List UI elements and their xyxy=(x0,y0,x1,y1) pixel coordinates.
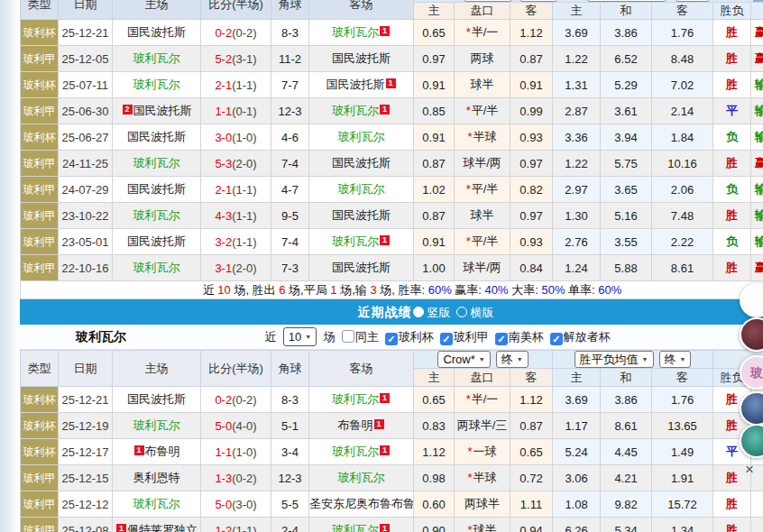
result-text: 胜 xyxy=(726,471,738,484)
home-team-cell: 国民波托斯 xyxy=(113,229,201,255)
fulltime-score: 0-2 xyxy=(215,26,232,40)
euro-home-odds: 1.24 xyxy=(553,255,601,281)
match-stats-page: 类型日期主场比分(半场)角球客场主盘口客主和客胜负让玻利杯25-12-21国民波… xyxy=(0,0,763,532)
euro-away-odds: 8.61 xyxy=(652,255,713,281)
handicap-result-cell: 输 xyxy=(751,203,763,229)
asian-handicap: 球半/两 xyxy=(455,255,510,281)
recent-results-title: 近期战绩 xyxy=(358,305,412,319)
filter-controls: 近 10▼ 场同主✓玻利杯✓玻利甲✓南美杯✓解放者杯 xyxy=(45,325,763,349)
team-name-text: 国民波托斯 xyxy=(332,156,391,170)
match-row: 玻利甲25-06-302国民波托斯1-1(0-1)12-3玻利瓦尔10.85*平… xyxy=(21,98,763,124)
asian-away-odds: 0.93 xyxy=(510,229,553,255)
asian-odds-selectors: Crow*▼终▼ xyxy=(414,351,553,369)
team-name-text: 国民波托斯 xyxy=(326,78,385,91)
asian-handicap: *平/半 xyxy=(455,98,510,124)
layout-radio-label-0[interactable]: 竖版 xyxy=(427,306,451,319)
euro-away-odds: 7.02 xyxy=(652,72,713,98)
team-name-text: 布鲁明 xyxy=(145,445,180,458)
odds-time-select[interactable]: 终▼ xyxy=(496,351,529,368)
euro-draw-odds: 3.65 xyxy=(601,177,652,203)
bookmaker-select[interactable]: Crow*▼ xyxy=(437,351,490,368)
layout-radio-1[interactable] xyxy=(456,307,467,317)
layout-radio-0[interactable] xyxy=(413,307,424,317)
odds-header-2: 客 xyxy=(510,3,553,20)
column-header-5: 客场 xyxy=(309,0,414,20)
filter-checkbox-4[interactable]: ✓ xyxy=(550,333,563,345)
asian-away-odds: 1.11 xyxy=(510,491,553,518)
home-team-cell: 1布鲁明 xyxy=(113,439,201,465)
result-text: 平 xyxy=(726,104,738,117)
filter-checkbox-2[interactable]: ✓ xyxy=(440,333,453,345)
corners-cell: 7-4 xyxy=(271,151,309,177)
asian-handicap: *平/半 xyxy=(455,229,510,255)
checkbox-label-2[interactable]: 玻利甲 xyxy=(454,330,489,344)
result-text: 胜 xyxy=(726,261,738,274)
euro-home-odds: 3.69 xyxy=(553,387,601,413)
column-header-1: 日期 xyxy=(59,351,113,387)
dropdown-fragment[interactable] xyxy=(676,0,710,2)
checkbox-label-3[interactable]: 南美杯 xyxy=(509,330,544,344)
summary-segment: 场,平局 xyxy=(285,283,330,297)
euro-draw-odds: 5.29 xyxy=(601,72,652,98)
summary-segment: 60% xyxy=(428,283,452,297)
filter-checkbox-3[interactable]: ✓ xyxy=(495,333,508,345)
summary-segment: 60% xyxy=(598,283,621,297)
league-type-cell: 玻利杯 xyxy=(21,439,59,465)
match-row: 玻利甲23-05-01国民波托斯3-2(1-1)7-4玻利瓦尔10.91*平/半… xyxy=(21,229,763,255)
league-type-cell: 玻利杯 xyxy=(21,387,59,413)
checkbox-label-1[interactable]: 玻利杯 xyxy=(399,330,434,344)
euro-away-odds: 15.72 xyxy=(652,491,713,518)
home-team-cell: 国民波托斯 xyxy=(113,20,201,46)
close-widget-icon[interactable]: × xyxy=(745,462,754,477)
match-row: 玻利甲25-12-15奥利恩特1-3(0-2)12-3玻利瓦尔0.98*半球0.… xyxy=(21,465,763,491)
fulltime-score: 5-0 xyxy=(215,419,232,433)
dropdown-fragment[interactable] xyxy=(464,0,512,2)
corners-cell: 8-3 xyxy=(271,20,309,46)
summary-segment: 近 xyxy=(203,283,218,297)
team-name-text: 圣安东尼奥布鲁布鲁 xyxy=(309,497,414,510)
fulltime-score: 1-2 xyxy=(215,524,232,532)
euro-odds-type-select[interactable]: 胜平负均值▼ xyxy=(575,351,654,368)
filter-checkbox-1[interactable]: ✓ xyxy=(385,333,398,345)
corners-cell: 4-7 xyxy=(271,177,309,203)
asian-away-odds: 0.94 xyxy=(510,518,553,532)
score-cell: 2-1(1-1) xyxy=(201,177,271,203)
checkbox-label-0[interactable]: 同主 xyxy=(355,330,379,344)
dropdown-fragment[interactable] xyxy=(587,0,666,2)
score-cell: 3-0(1-0) xyxy=(201,124,271,151)
summary-segment: 3 xyxy=(370,283,376,297)
euro-odds-selectors: 胜平负均值▼终▼ xyxy=(553,351,713,369)
filter-checkbox-0[interactable] xyxy=(342,330,354,343)
team-name-text: 国民波托斯 xyxy=(127,234,186,248)
away-team-cell: 玻利瓦尔1 xyxy=(309,439,414,465)
home-team-cell: 国民波托斯 xyxy=(113,387,201,413)
result-cell: 胜 xyxy=(713,151,751,177)
fulltime-score: 2-1 xyxy=(215,78,232,92)
euro-home-odds: 1.31 xyxy=(553,72,601,98)
column-header-1: 日期 xyxy=(59,0,113,20)
away-team-cell: 玻利瓦尔1 xyxy=(309,98,414,124)
euro-away-odds: 1.91 xyxy=(652,465,713,491)
match-count-select[interactable]: 10▼ xyxy=(283,327,317,346)
dropdown-fragment[interactable] xyxy=(519,0,557,2)
team-name-text: 玻利瓦尔 xyxy=(332,104,379,117)
layout-radio-label-1[interactable]: 横版 xyxy=(471,306,494,319)
team-name-text: 玻利瓦尔 xyxy=(133,208,180,222)
euro-draw-odds: 6.52 xyxy=(601,46,652,72)
red-card-badge: 2 xyxy=(123,105,133,115)
chevron-down-icon: ▼ xyxy=(642,356,648,362)
asian-away-odds: 0.87 xyxy=(510,46,553,72)
asian-handicap: 球半 xyxy=(455,203,510,229)
euro-odds-time-select[interactable]: 终▼ xyxy=(659,351,692,368)
asian-away-odds: 0.84 xyxy=(510,255,553,281)
corners-cell: 4-6 xyxy=(271,124,309,151)
date-cell: 22-10-16 xyxy=(59,255,113,281)
league-type-cell: 玻利甲 xyxy=(21,255,59,281)
euro-draw-odds: 5.88 xyxy=(601,255,652,281)
match-row: 玻利杯25-12-21国民波托斯0-2(0-2)8-3玻利瓦尔10.65*半/一… xyxy=(21,20,763,46)
team-name-text: 玻利瓦尔 xyxy=(133,51,180,65)
checkbox-label-4[interactable]: 解放者杯 xyxy=(564,330,611,344)
summary-segment: 赢率: xyxy=(452,283,485,297)
handicap-result-text: 赢 xyxy=(755,261,763,274)
asterisk-mark: * xyxy=(466,182,471,196)
